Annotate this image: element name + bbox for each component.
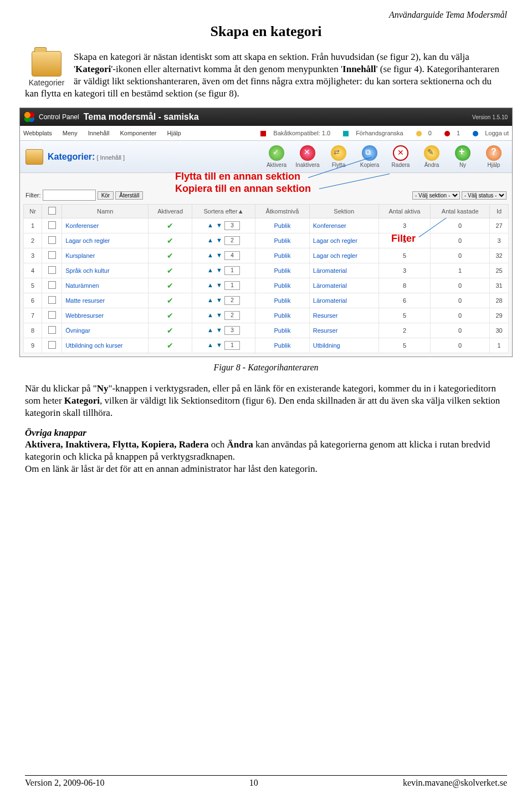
cell-section[interactable]: Resurser	[309, 308, 378, 323]
col-namn[interactable]: Namn	[62, 205, 149, 218]
filter-reset-button[interactable]: Återställ	[115, 191, 143, 200]
annotation-kopiera: Kopiera till en annan sektion	[175, 183, 311, 195]
cell-access[interactable]: Publik	[255, 263, 310, 278]
sort-order-input[interactable]: 4	[224, 251, 240, 260]
active-tick-icon[interactable]: ✔	[167, 281, 173, 290]
row-checkbox[interactable]	[48, 326, 56, 334]
filter-input[interactable]	[43, 190, 96, 201]
col-check[interactable]	[42, 205, 62, 218]
cell-access[interactable]: Publik	[255, 338, 310, 353]
status-logout[interactable]: Logga ut	[467, 130, 509, 136]
select-status[interactable]: - Välj status -	[462, 191, 507, 200]
cell-access[interactable]: Publik	[255, 308, 310, 323]
sort-order-input[interactable]: 2	[224, 236, 240, 245]
toolbar-ny-button[interactable]: Ny	[450, 145, 475, 168]
reorder-arrows[interactable]: ▲ ▼	[207, 222, 223, 228]
menu-meny[interactable]: Meny	[63, 130, 78, 136]
reorder-arrows[interactable]: ▲ ▼	[207, 282, 223, 288]
cell-access[interactable]: Publik	[255, 248, 310, 263]
category-link[interactable]: Utbildning och kurser	[65, 342, 122, 349]
row-checkbox[interactable]	[48, 221, 56, 229]
col-nr[interactable]: Nr	[24, 205, 42, 218]
sort-order-input[interactable]: 3	[224, 221, 240, 230]
active-tick-icon[interactable]: ✔	[167, 266, 173, 275]
active-tick-icon[interactable]: ✔	[167, 221, 173, 230]
cell-access[interactable]: Publik	[255, 218, 310, 233]
toolbar-andra-button[interactable]: Ändra	[419, 145, 444, 168]
category-link[interactable]: Språk och kultur	[65, 267, 109, 274]
col-sektion[interactable]: Sektion	[309, 205, 378, 218]
category-link[interactable]: Konferenser	[65, 222, 99, 229]
status-messages-0[interactable]: 0	[411, 130, 432, 136]
row-checkbox[interactable]	[48, 236, 56, 244]
toolbar-aktivera-button[interactable]: Aktivera	[264, 145, 289, 168]
cell-section[interactable]: Lagar och regler	[309, 233, 378, 248]
cell-access[interactable]: Publik	[255, 293, 310, 308]
joomla-logo-icon	[24, 112, 34, 122]
cell-antal-aktiva: 6	[378, 293, 431, 308]
sort-order-input[interactable]: 1	[224, 341, 240, 350]
status-messages-1[interactable]: 1	[439, 130, 460, 136]
reorder-arrows[interactable]: ▲ ▼	[207, 342, 223, 348]
col-antal-kastade[interactable]: Antal kastade	[431, 205, 490, 218]
category-link[interactable]: Lagar och regler	[65, 237, 110, 244]
row-checkbox[interactable]	[48, 341, 56, 349]
row-checkbox[interactable]	[48, 281, 56, 289]
category-link[interactable]: Övningar	[65, 327, 90, 334]
reorder-arrows[interactable]: ▲ ▼	[207, 252, 223, 258]
active-tick-icon[interactable]: ✔	[167, 326, 173, 335]
cell-antal-kastade: 0	[431, 248, 490, 263]
table-row: 2Lagar och regler✔▲ ▼ 2PublikLagar och r…	[24, 233, 509, 248]
cell-section[interactable]: Läromaterial	[309, 293, 378, 308]
sort-order-input[interactable]: 1	[224, 266, 240, 275]
col-sortera[interactable]: Sortera efter▲	[192, 205, 255, 218]
row-checkbox[interactable]	[48, 296, 56, 304]
cell-section[interactable]: Konferenser	[309, 218, 378, 233]
cell-access[interactable]: Publik	[255, 278, 310, 293]
reorder-arrows[interactable]: ▲ ▼	[207, 267, 223, 273]
cell-section[interactable]: Läromaterial	[309, 278, 378, 293]
active-tick-icon[interactable]: ✔	[167, 341, 173, 350]
col-id[interactable]: Id	[490, 205, 509, 218]
row-checkbox[interactable]	[48, 311, 56, 319]
cell-section[interactable]: Läromaterial	[309, 263, 378, 278]
active-tick-icon[interactable]: ✔	[167, 296, 173, 305]
reorder-arrows[interactable]: ▲ ▼	[207, 312, 223, 318]
category-link[interactable]: Kursplaner	[65, 252, 95, 259]
menu-hjalp[interactable]: Hjälp	[167, 130, 181, 136]
active-tick-icon[interactable]: ✔	[167, 236, 173, 245]
cell-section[interactable]: Utbildning	[309, 338, 378, 353]
cell-section[interactable]: Resurser	[309, 323, 378, 338]
sort-order-input[interactable]: 1	[224, 281, 240, 290]
select-sektion[interactable]: - Välj sektion -	[412, 191, 460, 200]
reorder-arrows[interactable]: ▲ ▼	[207, 237, 223, 243]
cell-access[interactable]: Publik	[255, 233, 310, 248]
sort-order-input[interactable]: 2	[224, 296, 240, 305]
reorder-arrows[interactable]: ▲ ▼	[207, 297, 223, 303]
filter-run-button[interactable]: Kör	[98, 191, 114, 200]
menu-webbplats[interactable]: Webbplats	[23, 130, 52, 136]
cell-nr: 2	[24, 233, 42, 248]
category-link[interactable]: Webbresurser	[65, 312, 104, 319]
col-antal-aktiva[interactable]: Antal aktiva	[378, 205, 431, 218]
menu-komponenter[interactable]: Komponenter	[120, 130, 156, 136]
category-link[interactable]: Naturämnen	[65, 282, 99, 289]
cell-access[interactable]: Publik	[255, 323, 310, 338]
sort-order-input[interactable]: 3	[224, 326, 240, 335]
cell-antal-aktiva: 3	[378, 218, 431, 233]
row-checkbox[interactable]	[48, 251, 56, 259]
toolbar-hjalp-button[interactable]: Hjälp	[481, 145, 507, 168]
toolbar-radera-button[interactable]: Radera	[388, 145, 413, 168]
cell-section[interactable]: Lagar och regler	[309, 248, 378, 263]
toolbar-inaktivera-button[interactable]: Inaktivera	[295, 145, 320, 168]
category-link[interactable]: Matte resurser	[65, 297, 105, 304]
reorder-arrows[interactable]: ▲ ▼	[207, 327, 223, 333]
status-preview[interactable]: Förhandsgranska	[337, 130, 403, 136]
row-checkbox[interactable]	[48, 266, 56, 274]
col-aktiverad[interactable]: Aktiverad	[149, 205, 192, 218]
sort-order-input[interactable]: 2	[224, 311, 240, 320]
col-atkomst[interactable]: Åtkomstnivå	[255, 205, 310, 218]
menu-innehall[interactable]: Innehåll	[88, 130, 110, 136]
active-tick-icon[interactable]: ✔	[167, 251, 173, 260]
active-tick-icon[interactable]: ✔	[167, 311, 173, 320]
